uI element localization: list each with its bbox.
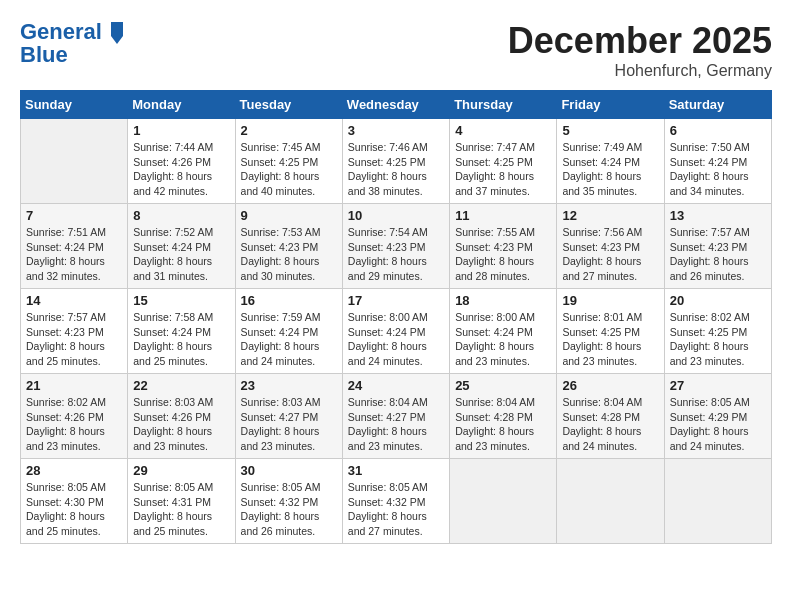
day-number: 23 [241, 378, 337, 393]
day-cell: 11Sunrise: 7:55 AM Sunset: 4:23 PM Dayli… [450, 204, 557, 289]
day-cell: 2Sunrise: 7:45 AM Sunset: 4:25 PM Daylig… [235, 119, 342, 204]
day-number: 17 [348, 293, 444, 308]
month-title-block: December 2025 Hohenfurch, Germany [508, 20, 772, 80]
day-number: 28 [26, 463, 122, 478]
day-info: Sunrise: 8:00 AM Sunset: 4:24 PM Dayligh… [348, 310, 444, 369]
week-row-1: 1Sunrise: 7:44 AM Sunset: 4:26 PM Daylig… [21, 119, 772, 204]
day-number: 1 [133, 123, 229, 138]
header-cell-thursday: Thursday [450, 91, 557, 119]
week-row-2: 7Sunrise: 7:51 AM Sunset: 4:24 PM Daylig… [21, 204, 772, 289]
day-info: Sunrise: 7:44 AM Sunset: 4:26 PM Dayligh… [133, 140, 229, 199]
day-cell: 20Sunrise: 8:02 AM Sunset: 4:25 PM Dayli… [664, 289, 771, 374]
day-cell: 12Sunrise: 7:56 AM Sunset: 4:23 PM Dayli… [557, 204, 664, 289]
logo-icon [109, 22, 125, 44]
day-cell: 19Sunrise: 8:01 AM Sunset: 4:25 PM Dayli… [557, 289, 664, 374]
day-cell: 31Sunrise: 8:05 AM Sunset: 4:32 PM Dayli… [342, 459, 449, 544]
day-info: Sunrise: 8:05 AM Sunset: 4:32 PM Dayligh… [241, 480, 337, 539]
day-cell: 30Sunrise: 8:05 AM Sunset: 4:32 PM Dayli… [235, 459, 342, 544]
day-cell: 18Sunrise: 8:00 AM Sunset: 4:24 PM Dayli… [450, 289, 557, 374]
day-cell: 13Sunrise: 7:57 AM Sunset: 4:23 PM Dayli… [664, 204, 771, 289]
day-cell: 25Sunrise: 8:04 AM Sunset: 4:28 PM Dayli… [450, 374, 557, 459]
day-info: Sunrise: 8:05 AM Sunset: 4:29 PM Dayligh… [670, 395, 766, 454]
day-number: 22 [133, 378, 229, 393]
day-number: 14 [26, 293, 122, 308]
day-cell: 14Sunrise: 7:57 AM Sunset: 4:23 PM Dayli… [21, 289, 128, 374]
day-cell: 5Sunrise: 7:49 AM Sunset: 4:24 PM Daylig… [557, 119, 664, 204]
day-info: Sunrise: 7:46 AM Sunset: 4:25 PM Dayligh… [348, 140, 444, 199]
day-info: Sunrise: 8:01 AM Sunset: 4:25 PM Dayligh… [562, 310, 658, 369]
day-number: 27 [670, 378, 766, 393]
week-row-5: 28Sunrise: 8:05 AM Sunset: 4:30 PM Dayli… [21, 459, 772, 544]
day-info: Sunrise: 7:50 AM Sunset: 4:24 PM Dayligh… [670, 140, 766, 199]
day-cell: 21Sunrise: 8:02 AM Sunset: 4:26 PM Dayli… [21, 374, 128, 459]
day-number: 18 [455, 293, 551, 308]
day-number: 11 [455, 208, 551, 223]
day-cell [450, 459, 557, 544]
day-cell: 22Sunrise: 8:03 AM Sunset: 4:26 PM Dayli… [128, 374, 235, 459]
calendar-header: SundayMondayTuesdayWednesdayThursdayFrid… [21, 91, 772, 119]
logo-text: General [20, 20, 126, 44]
day-number: 7 [26, 208, 122, 223]
day-cell: 17Sunrise: 8:00 AM Sunset: 4:24 PM Dayli… [342, 289, 449, 374]
month-year: December 2025 [508, 20, 772, 62]
page-header: General Blue December 2025 Hohenfurch, G… [20, 20, 772, 80]
day-cell: 8Sunrise: 7:52 AM Sunset: 4:24 PM Daylig… [128, 204, 235, 289]
day-cell: 6Sunrise: 7:50 AM Sunset: 4:24 PM Daylig… [664, 119, 771, 204]
day-number: 13 [670, 208, 766, 223]
day-cell: 16Sunrise: 7:59 AM Sunset: 4:24 PM Dayli… [235, 289, 342, 374]
day-number: 20 [670, 293, 766, 308]
day-info: Sunrise: 7:53 AM Sunset: 4:23 PM Dayligh… [241, 225, 337, 284]
day-cell: 3Sunrise: 7:46 AM Sunset: 4:25 PM Daylig… [342, 119, 449, 204]
location: Hohenfurch, Germany [508, 62, 772, 80]
day-info: Sunrise: 8:02 AM Sunset: 4:25 PM Dayligh… [670, 310, 766, 369]
day-info: Sunrise: 7:57 AM Sunset: 4:23 PM Dayligh… [670, 225, 766, 284]
day-number: 25 [455, 378, 551, 393]
day-number: 4 [455, 123, 551, 138]
day-info: Sunrise: 8:00 AM Sunset: 4:24 PM Dayligh… [455, 310, 551, 369]
day-number: 8 [133, 208, 229, 223]
day-info: Sunrise: 7:55 AM Sunset: 4:23 PM Dayligh… [455, 225, 551, 284]
day-number: 2 [241, 123, 337, 138]
day-info: Sunrise: 7:49 AM Sunset: 4:24 PM Dayligh… [562, 140, 658, 199]
day-number: 10 [348, 208, 444, 223]
day-info: Sunrise: 7:57 AM Sunset: 4:23 PM Dayligh… [26, 310, 122, 369]
header-cell-tuesday: Tuesday [235, 91, 342, 119]
day-cell: 7Sunrise: 7:51 AM Sunset: 4:24 PM Daylig… [21, 204, 128, 289]
day-number: 29 [133, 463, 229, 478]
day-cell: 23Sunrise: 8:03 AM Sunset: 4:27 PM Dayli… [235, 374, 342, 459]
day-cell: 9Sunrise: 7:53 AM Sunset: 4:23 PM Daylig… [235, 204, 342, 289]
header-cell-friday: Friday [557, 91, 664, 119]
week-row-3: 14Sunrise: 7:57 AM Sunset: 4:23 PM Dayli… [21, 289, 772, 374]
day-info: Sunrise: 7:56 AM Sunset: 4:23 PM Dayligh… [562, 225, 658, 284]
header-cell-wednesday: Wednesday [342, 91, 449, 119]
day-info: Sunrise: 8:05 AM Sunset: 4:32 PM Dayligh… [348, 480, 444, 539]
logo: General Blue [20, 20, 126, 66]
day-info: Sunrise: 7:47 AM Sunset: 4:25 PM Dayligh… [455, 140, 551, 199]
day-cell: 1Sunrise: 7:44 AM Sunset: 4:26 PM Daylig… [128, 119, 235, 204]
svg-marker-0 [111, 22, 123, 44]
day-number: 15 [133, 293, 229, 308]
day-number: 9 [241, 208, 337, 223]
day-info: Sunrise: 7:51 AM Sunset: 4:24 PM Dayligh… [26, 225, 122, 284]
day-info: Sunrise: 8:03 AM Sunset: 4:26 PM Dayligh… [133, 395, 229, 454]
header-cell-saturday: Saturday [664, 91, 771, 119]
day-number: 26 [562, 378, 658, 393]
day-info: Sunrise: 7:58 AM Sunset: 4:24 PM Dayligh… [133, 310, 229, 369]
day-number: 31 [348, 463, 444, 478]
day-info: Sunrise: 8:05 AM Sunset: 4:30 PM Dayligh… [26, 480, 122, 539]
day-cell [557, 459, 664, 544]
day-number: 24 [348, 378, 444, 393]
day-number: 6 [670, 123, 766, 138]
day-cell: 29Sunrise: 8:05 AM Sunset: 4:31 PM Dayli… [128, 459, 235, 544]
day-info: Sunrise: 7:45 AM Sunset: 4:25 PM Dayligh… [241, 140, 337, 199]
day-number: 12 [562, 208, 658, 223]
day-number: 5 [562, 123, 658, 138]
day-info: Sunrise: 7:54 AM Sunset: 4:23 PM Dayligh… [348, 225, 444, 284]
day-cell: 4Sunrise: 7:47 AM Sunset: 4:25 PM Daylig… [450, 119, 557, 204]
day-info: Sunrise: 7:59 AM Sunset: 4:24 PM Dayligh… [241, 310, 337, 369]
day-info: Sunrise: 8:02 AM Sunset: 4:26 PM Dayligh… [26, 395, 122, 454]
day-cell: 27Sunrise: 8:05 AM Sunset: 4:29 PM Dayli… [664, 374, 771, 459]
week-row-4: 21Sunrise: 8:02 AM Sunset: 4:26 PM Dayli… [21, 374, 772, 459]
header-row: SundayMondayTuesdayWednesdayThursdayFrid… [21, 91, 772, 119]
day-cell: 24Sunrise: 8:04 AM Sunset: 4:27 PM Dayli… [342, 374, 449, 459]
